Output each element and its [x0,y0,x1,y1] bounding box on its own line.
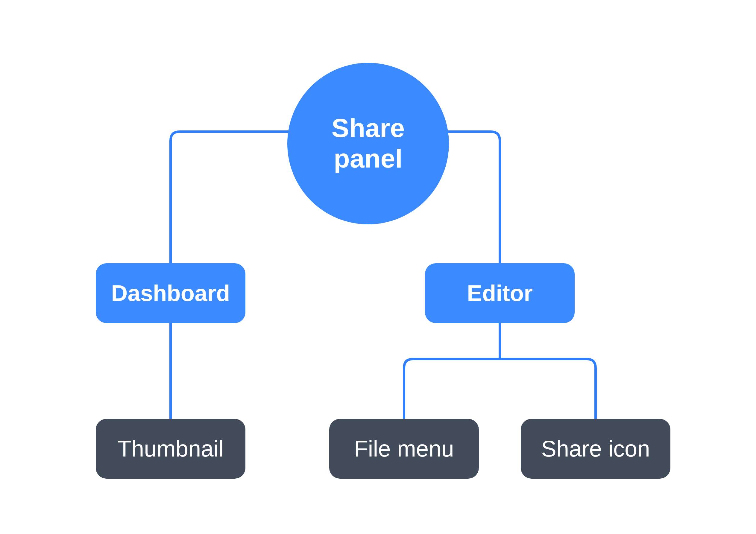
node-dashboard: Dashboard [96,263,245,323]
node-share-icon: Share icon [521,419,670,479]
diagram-canvas: Share panel Dashboard Editor Thumbnail F… [0,0,756,534]
share-icon-label: Share icon [541,436,650,462]
editor-label: Editor [467,280,533,306]
node-editor: Editor [425,263,575,323]
file-menu-label: File menu [354,436,454,462]
node-file-menu: File menu [329,419,479,479]
thumbnail-label: Thumbnail [118,436,224,462]
dashboard-label: Dashboard [111,280,230,306]
root-label-line1: Share [332,113,405,144]
node-share-panel: Share panel [287,63,449,225]
root-label-line2: panel [332,144,405,174]
node-thumbnail: Thumbnail [96,419,245,479]
